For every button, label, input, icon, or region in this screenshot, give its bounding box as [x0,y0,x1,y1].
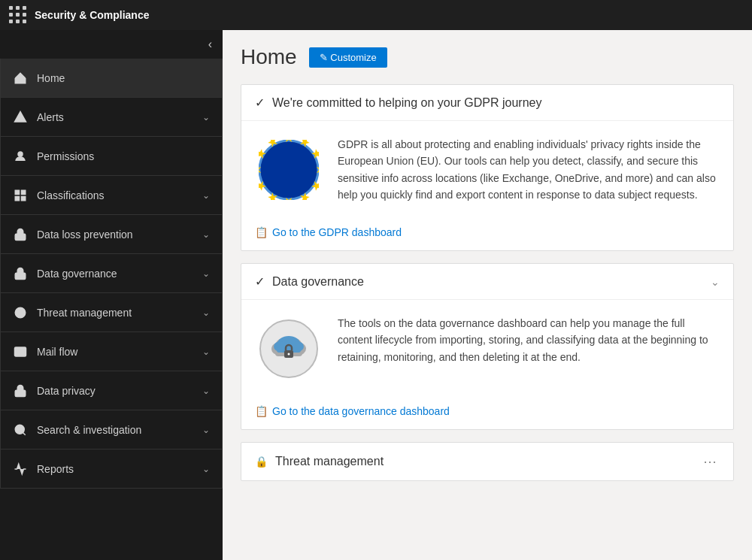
check-icon: ✓ [255,95,265,110]
sidebar-item-threat-label: Threat management [37,307,193,319]
gdpr-card-title: We're committed to helping on your GDPR … [272,96,720,110]
gdpr-card-body: GDPR is all about protecting and enablin… [241,121,733,219]
sidebar-item-permissions[interactable]: Permissions [0,137,223,176]
svg-rect-3 [15,190,19,194]
sidebar-item-mail-label: Mail flow [37,346,193,358]
svg-point-13 [259,141,318,199]
sidebar-item-alerts-label: Alerts [37,111,193,123]
chevron-down-icon: ⌄ [202,307,210,318]
svg-rect-8 [15,273,26,279]
chevron-down-icon: ⌄ [202,112,210,123]
search-icon [13,422,28,437]
chevron-down-icon: ⌄ [202,190,210,201]
dlp-icon [13,227,28,242]
sidebar-item-home-label: Home [37,72,210,84]
alert-icon [13,110,28,125]
data-governance-icon [13,266,28,281]
sidebar: ‹ Home Alerts ⌄ [0,30,223,560]
page-title: Home [241,45,297,69]
customize-button[interactable]: ✎ Customize [309,47,387,68]
app-title: Security & Compliance [35,9,150,21]
lock-icon: 🔒 [255,456,268,468]
svg-point-36 [288,353,290,356]
svg-rect-5 [15,196,19,200]
sidebar-item-search-label: Search & investigation [37,424,193,436]
sidebar-item-classifications-label: Classifications [37,189,193,201]
main-content: Home ✎ Customize ✓ We're committed to he… [223,30,752,560]
sidebar-item-data-governance[interactable]: Data governance ⌄ [0,254,223,293]
app-grid-icon[interactable] [9,6,27,24]
gdpr-dashboard-link[interactable]: 📋 Go to the GDPR dashboard [255,226,720,238]
threat-icon [13,305,28,320]
data-governance-card: ✓ Data governance ⌄ [241,263,734,430]
gdpr-card-text: GDPR is all about protecting and enablin… [338,136,720,204]
gdpr-card-footer: 📋 Go to the GDPR dashboard [241,219,733,250]
svg-rect-4 [22,190,26,194]
data-governance-dashboard-link[interactable]: 📋 Go to the data governance dashboard [255,405,720,417]
more-options-button[interactable]: ⋯ [700,453,720,470]
svg-point-2 [18,152,23,156]
link-icon: 📋 [255,405,268,417]
sidebar-item-data-privacy-label: Data privacy [37,385,193,397]
top-bar: Security & Compliance [0,0,752,30]
sidebar-item-data-privacy[interactable]: Data privacy ⌄ [0,371,223,410]
page-header: Home ✎ Customize [241,45,734,69]
sidebar-item-alerts[interactable]: Alerts ⌄ [0,98,223,137]
data-governance-image [255,315,323,383]
svg-rect-11 [15,390,26,396]
sidebar-item-classifications[interactable]: Classifications ⌄ [0,176,223,215]
svg-rect-7 [15,234,26,240]
eu-flag-image [255,136,323,204]
gdpr-card: ✓ We're committed to helping on your GDP… [241,84,734,251]
chevron-down-icon: ⌄ [202,464,210,474]
sidebar-item-permissions-label: Permissions [37,150,210,162]
chevron-down-icon: ⌄ [202,268,210,279]
data-governance-card-header[interactable]: ✓ Data governance ⌄ [241,264,733,300]
sidebar-item-dlp-label: Data loss prevention [37,229,193,241]
sidebar-item-reports-label: Reports [37,463,193,475]
sidebar-item-home[interactable]: Home [0,59,223,98]
mail-icon [13,344,28,359]
chevron-down-icon: ⌄ [202,229,210,240]
sidebar-item-data-governance-label: Data governance [37,268,193,280]
svg-rect-6 [22,196,26,200]
threat-management-card-header[interactable]: 🔒 Threat management ⋯ [241,443,733,480]
data-governance-card-footer: 📋 Go to the data governance dashboard [241,398,733,429]
link-icon: 📋 [255,226,268,238]
chevron-down-icon: ⌄ [202,425,210,435]
chevron-down-icon: ⌄ [202,347,210,357]
reports-icon [13,462,28,477]
check-icon: ✓ [255,274,265,289]
data-privacy-icon [13,383,28,398]
sidebar-item-dlp[interactable]: Data loss prevention ⌄ [0,215,223,254]
threat-management-card-title: Threat management [275,455,693,468]
sidebar-item-mail-flow[interactable]: Mail flow ⌄ [0,332,223,371]
data-governance-card-text: The tools on the data governance dashboa… [338,315,720,383]
classifications-icon [13,188,28,203]
threat-management-card: 🔒 Threat management ⋯ [241,442,734,481]
sidebar-collapse-button[interactable]: ‹ [0,30,223,59]
body-layout: ‹ Home Alerts ⌄ [0,30,752,560]
home-icon [13,71,28,86]
data-governance-card-body: The tools on the data governance dashboa… [241,300,733,398]
sidebar-item-search[interactable]: Search & investigation ⌄ [0,410,223,450]
data-governance-card-title: Data governance [272,275,703,289]
chevron-up-icon: ⌄ [711,276,720,288]
svg-point-12 [15,425,24,434]
sidebar-item-threat-management[interactable]: Threat management ⌄ [0,293,223,332]
sidebar-item-reports[interactable]: Reports ⌄ [0,450,223,489]
chevron-down-icon: ⌄ [202,386,210,396]
collapse-icon: ‹ [208,38,212,51]
gdpr-card-header[interactable]: ✓ We're committed to helping on your GDP… [241,85,733,121]
permissions-icon [13,149,28,164]
